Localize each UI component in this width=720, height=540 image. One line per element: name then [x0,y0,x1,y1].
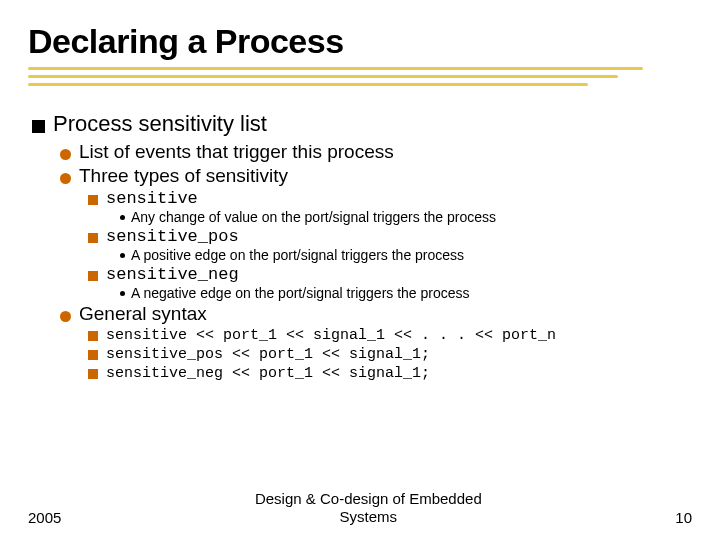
bullet-l3-sensitive-pos: sensitive_pos [88,227,692,246]
slide-footer: 2005 Design & Co-design of Embedded Syst… [28,490,692,526]
circle-bullet-icon [60,311,71,322]
bullet-l1-sensitivity: Process sensitivity list [32,111,692,137]
code-line-2: sensitive_pos << port_1 << signal_1; [88,346,692,363]
slide: Declaring a Process Process sensitivity … [0,0,720,540]
bullet-l3-sensitive-neg: sensitive_neg [88,265,692,284]
text-l3-code: sensitive_pos [106,227,239,246]
circle-bullet-icon [60,149,71,160]
small-square-bullet-icon [88,233,98,243]
small-square-bullet-icon [88,195,98,205]
dot-bullet-icon [120,253,125,258]
text-l2: List of events that trigger this process [79,141,394,163]
dot-bullet-icon [120,291,125,296]
footer-center-line2: Systems [340,508,398,525]
bullet-l4-negedge: A negative edge on the port/signal trigg… [120,285,692,301]
bullet-l2-three-types: Three types of sensitivity [60,165,692,187]
code-text: sensitive_pos << port_1 << signal_1; [106,346,430,363]
bullet-l3-sensitive: sensitive [88,189,692,208]
text-l3-code: sensitive [106,189,198,208]
text-l4: Any change of value on the port/signal t… [131,209,496,225]
text-l3-code: sensitive_neg [106,265,239,284]
bullet-l4-anychange: Any change of value on the port/signal t… [120,209,692,225]
small-square-bullet-icon [88,369,98,379]
small-square-bullet-icon [88,350,98,360]
small-square-bullet-icon [88,271,98,281]
dot-bullet-icon [120,215,125,220]
text-l4: A positive edge on the port/signal trigg… [131,247,464,263]
small-square-bullet-icon [88,331,98,341]
bullet-l4-posedge: A positive edge on the port/signal trigg… [120,247,692,263]
footer-page-number: 10 [675,509,692,526]
text-l1: Process sensitivity list [53,111,267,137]
circle-bullet-icon [60,173,71,184]
text-l4: A negative edge on the port/signal trigg… [131,285,470,301]
square-bullet-icon [32,120,45,133]
title-underline [28,67,692,93]
code-text: sensitive_neg << port_1 << signal_1; [106,365,430,382]
code-line-1: sensitive << port_1 << signal_1 << . . .… [88,327,692,344]
code-text: sensitive << port_1 << signal_1 << . . .… [106,327,556,344]
text-l2: General syntax [79,303,207,325]
text-l2: Three types of sensitivity [79,165,288,187]
bullet-l2-list-events: List of events that trigger this process [60,141,692,163]
bullet-l2-general-syntax: General syntax [60,303,692,325]
footer-year: 2005 [28,509,61,526]
footer-center-line1: Design & Co-design of Embedded [255,490,482,507]
footer-course-title: Design & Co-design of Embedded Systems [61,490,675,526]
code-line-3: sensitive_neg << port_1 << signal_1; [88,365,692,382]
slide-title: Declaring a Process [28,22,692,61]
